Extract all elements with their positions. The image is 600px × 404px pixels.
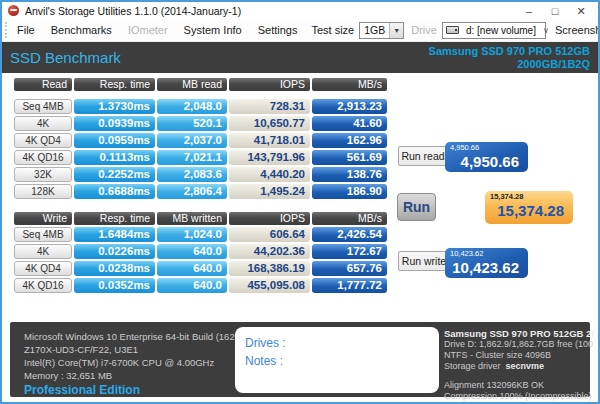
benchmark-area: Read Resp. time MB read IOPS MB/s Seq 4M… bbox=[2, 73, 598, 322]
drives-notes-box[interactable]: Drives : Notes : bbox=[235, 327, 439, 393]
write-score-value: 10,423.62 bbox=[445, 258, 528, 276]
read-score-small: 4,950.66 bbox=[445, 142, 528, 152]
drive-select[interactable]: d: [new volume] ∨ bbox=[442, 22, 546, 39]
mb-read-cell: 2,806.4 bbox=[157, 184, 227, 199]
menu-screenshot[interactable]: Screenshot bbox=[548, 20, 600, 41]
mb-read-cell: 2,037.0 bbox=[157, 133, 227, 148]
mbs-cell: 162.96 bbox=[312, 133, 387, 148]
run-button[interactable]: Run bbox=[397, 193, 436, 221]
col-header-mbs: MB/s bbox=[312, 212, 387, 225]
device-name-header: Samsung SSD 970 PRO 512GB 2000GB/1B2Q bbox=[429, 45, 590, 71]
maximize-button[interactable]: □ bbox=[542, 3, 568, 19]
iops-cell: 41,718.01 bbox=[229, 133, 310, 148]
edition-label: Professional Edition bbox=[24, 383, 140, 397]
filesystem-line: NTFS - Cluster size 4096B bbox=[444, 350, 594, 361]
app-window: Anvil's Storage Utilities 1.1.0 (2014-Ja… bbox=[0, 0, 600, 404]
mbs-cell: 138.76 bbox=[312, 167, 387, 182]
device-line1: Samsung SSD 970 PRO 512GB bbox=[429, 45, 590, 58]
compression-line: Compression 100% (Incompressible) bbox=[444, 391, 594, 402]
table-row: 4K QD16 0.1113ms 7,021.1 143,791.96 561.… bbox=[14, 150, 387, 165]
table-row: 4K QD16 0.0352ms 640.0 455,095.08 1,777.… bbox=[14, 278, 387, 293]
run-write-button[interactable]: Run write bbox=[398, 251, 450, 271]
mbs-cell: 561.69 bbox=[312, 150, 387, 165]
col-header-iops: IOPS bbox=[229, 78, 310, 91]
os-line: Microsoft Windows 10 Enterprise 64-bit B… bbox=[24, 330, 248, 343]
page-title: SSD Benchmark bbox=[10, 49, 121, 66]
dropdown-arrow-icon[interactable]: ▼ bbox=[389, 23, 403, 38]
resp-time-cell: 0.6688ms bbox=[74, 184, 155, 199]
test-size-label: Test size bbox=[306, 24, 359, 36]
title-bar: Anvil's Storage Utilities 1.1.0 (2014-Ja… bbox=[2, 2, 598, 19]
resp-time-cell: 0.0226ms bbox=[74, 244, 155, 259]
iops-cell: 10,650.77 bbox=[229, 116, 310, 131]
read-table-header: Read Resp. time MB read IOPS MB/s bbox=[14, 78, 387, 91]
table-row: 4K QD4 0.0238ms 640.0 168,386.19 657.76 bbox=[14, 261, 387, 276]
menu-iometer: IOmeter bbox=[121, 20, 175, 41]
test-label-button[interactable]: 4K bbox=[14, 116, 72, 131]
table-row: 32K 0.2252ms 2,083.6 4,440.20 138.76 bbox=[14, 167, 387, 182]
cpu-line: Intel(R) Core(TM) i7-6700K CPU @ 4.00GHz bbox=[24, 356, 248, 369]
test-label-button[interactable]: Seq 4MB bbox=[14, 99, 72, 114]
menu-system-info[interactable]: System Info bbox=[177, 20, 249, 41]
col-header-mb-read: MB read bbox=[157, 78, 227, 91]
test-label-button[interactable]: Seq 4MB bbox=[14, 227, 72, 242]
write-score-box: 10,423.62 10,423.62 bbox=[445, 248, 528, 278]
system-info: Microsoft Windows 10 Enterprise 64-bit B… bbox=[24, 330, 248, 382]
app-icon bbox=[8, 5, 19, 16]
mb-read-cell: 7,021.1 bbox=[157, 150, 227, 165]
read-score-value: 4,950.66 bbox=[445, 152, 528, 170]
write-table-header: Write Resp. time MB written IOPS MB/s bbox=[14, 212, 387, 225]
test-label-button[interactable]: 4K bbox=[14, 244, 72, 259]
test-size-select[interactable]: 1GB ▼ bbox=[359, 22, 404, 39]
iops-cell: 606.64 bbox=[229, 227, 310, 242]
mb-read-cell: 2,048.0 bbox=[157, 99, 227, 114]
col-header-write: Write bbox=[14, 212, 72, 225]
read-score-box: 4,950.66 4,950.66 bbox=[445, 142, 528, 172]
table-row: 128K 0.6688ms 2,806.4 1,495.24 186.90 bbox=[14, 184, 387, 199]
close-button[interactable]: ✕ bbox=[568, 3, 594, 19]
mbs-cell: 186.90 bbox=[312, 184, 387, 199]
notes-label: Notes : bbox=[245, 352, 439, 370]
menu-file[interactable]: File bbox=[10, 20, 42, 41]
col-header-mbs: MB/s bbox=[312, 78, 387, 91]
resp-time-cell: 1.6484ms bbox=[74, 227, 155, 242]
test-label-button[interactable]: 4K QD4 bbox=[14, 261, 72, 276]
minimize-button[interactable]: – bbox=[516, 3, 542, 19]
test-label-button[interactable]: 4K QD16 bbox=[14, 278, 72, 293]
table-row: Seq 4MB 1.6484ms 1,024.0 606.64 2,426.54 bbox=[14, 227, 387, 242]
status-panel: Microsoft Windows 10 Enterprise 64-bit B… bbox=[10, 322, 590, 397]
table-row: 4K 0.0939ms 520.1 10,650.77 41.60 bbox=[14, 116, 387, 131]
run-read-button[interactable]: Run read bbox=[398, 146, 448, 166]
drive-icon bbox=[446, 26, 459, 34]
test-label-button[interactable]: 32K bbox=[14, 167, 72, 182]
toolbar-grip bbox=[5, 22, 7, 38]
col-header-iops: IOPS bbox=[229, 212, 310, 225]
write-score-small: 10,423.62 bbox=[445, 248, 528, 258]
col-header-resp-time: Resp. time bbox=[74, 78, 155, 91]
memory-line: Memory : 32,651 MB bbox=[24, 369, 248, 382]
resp-time-cell: 0.2252ms bbox=[74, 167, 155, 182]
iops-cell: 1,495.24 bbox=[229, 184, 310, 199]
test-label-button[interactable]: 128K bbox=[14, 184, 72, 199]
resp-time-cell: 0.1113ms bbox=[74, 150, 155, 165]
col-header-read: Read bbox=[14, 78, 72, 91]
menu-benchmarks[interactable]: Benchmarks bbox=[44, 20, 119, 41]
alignment-line: Alignment 132096KB OK bbox=[444, 380, 594, 391]
mbs-cell: 1,777.72 bbox=[312, 278, 387, 293]
mbs-cell: 2,426.54 bbox=[312, 227, 387, 242]
resp-time-cell: 0.0959ms bbox=[74, 133, 155, 148]
resp-time-cell: 1.3730ms bbox=[74, 99, 155, 114]
mb-written-cell: 640.0 bbox=[157, 261, 227, 276]
mb-written-cell: 640.0 bbox=[157, 278, 227, 293]
window-title: Anvil's Storage Utilities 1.1.0 (2014-Ja… bbox=[25, 5, 241, 17]
drive-model: Samsung SSD 970 PRO 512GB 2000GB/1B2Q bbox=[444, 328, 594, 339]
table-row: 4K QD4 0.0959ms 2,037.0 41,718.01 162.96 bbox=[14, 133, 387, 148]
storage-driver-label: Storage driver bbox=[444, 361, 501, 371]
table-row: Seq 4MB 1.3730ms 2,048.0 728.31 2,913.23 bbox=[14, 99, 387, 114]
device-line2: 2000GB/1B2Q bbox=[429, 58, 590, 71]
iops-cell: 728.31 bbox=[229, 99, 310, 114]
resp-time-cell: 0.0939ms bbox=[74, 116, 155, 131]
test-label-button[interactable]: 4K QD16 bbox=[14, 150, 72, 165]
menu-settings[interactable]: Settings bbox=[251, 20, 305, 41]
test-label-button[interactable]: 4K QD4 bbox=[14, 133, 72, 148]
